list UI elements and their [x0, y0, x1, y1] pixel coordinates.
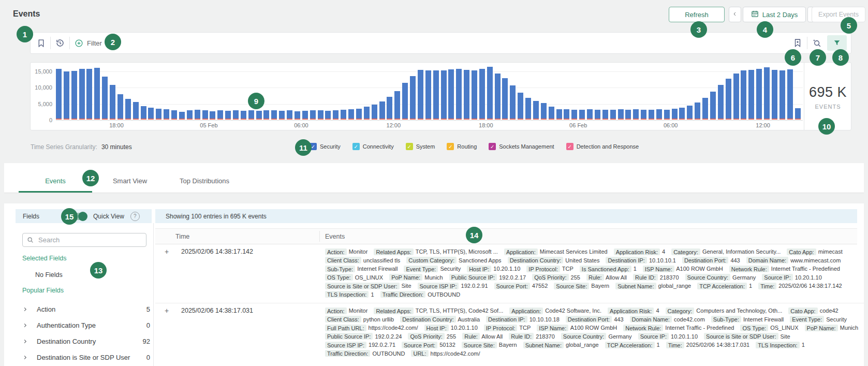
chart-bar: [372, 105, 377, 120]
panel-divider: [153, 223, 154, 366]
event-tag: TLS Inspection: 1: [325, 291, 374, 298]
chart-bar: [210, 111, 215, 120]
column-events[interactable]: Events: [325, 233, 345, 240]
x-axis-tick: 06 Feb: [569, 122, 587, 128]
save-bookmark-icon[interactable]: [793, 38, 802, 48]
chart-bar-base: [102, 119, 108, 120]
chart-bar: [179, 112, 185, 120]
event-tag: Cato App: code42: [788, 308, 838, 314]
events-total-value: 695 K: [809, 84, 847, 100]
filter-bar: Filter: [30, 32, 851, 54]
chart-bar: [525, 98, 531, 120]
field-label: Authentication Type: [37, 321, 96, 329]
event-tag-value: Germany: [731, 274, 756, 281]
events-chart-card: 05,00010,00015,000 18:0005 Feb06:0012:00…: [30, 62, 851, 130]
chart-bar-base: [125, 119, 131, 120]
divider: [807, 37, 807, 49]
chart-bar: [348, 109, 354, 120]
legend-checkbox[interactable]: ✓: [406, 143, 413, 150]
chart-bar-base: [533, 119, 539, 120]
event-tag: Destination IP: 10.10.10.1: [606, 257, 676, 263]
chart-bar-base: [748, 119, 754, 120]
tab-smart-view[interactable]: Smart View: [113, 177, 147, 185]
date-range-button[interactable]: Last 2 Days: [743, 7, 806, 22]
chart-bar: [695, 103, 700, 120]
chart-bar: [125, 99, 131, 120]
event-tag-value: Bayern: [497, 342, 517, 348]
chart-bar: [464, 70, 469, 120]
event-tag-key: Action:: [325, 248, 347, 255]
legend-checkbox[interactable]: ✓: [447, 143, 454, 150]
chart-bar: [641, 110, 646, 120]
annotation-circle-2: 2: [105, 34, 121, 50]
event-row[interactable]: +2025/02/06 14:38:17.031Action: MonitorR…: [155, 303, 864, 366]
refresh-button[interactable]: Refresh: [669, 7, 725, 22]
y-axis-tick: 5,000: [31, 101, 52, 107]
event-tag-value: Security: [438, 266, 461, 272]
funnel-icon: [833, 39, 841, 47]
bookmark-icon[interactable]: [37, 39, 46, 48]
filter-button[interactable]: Filter: [87, 39, 102, 47]
event-tag-value: code42: [818, 308, 838, 314]
chart-bar-base: [787, 119, 793, 120]
chart-bar-base: [364, 119, 370, 120]
event-tag-value: OS_LINUX: [354, 274, 383, 281]
active-filter-toggle[interactable]: [827, 35, 847, 51]
expand-row-button[interactable]: +: [165, 247, 169, 256]
chart-bar-base: [133, 119, 139, 120]
event-tag: Client Class: unclassified tls: [325, 257, 400, 263]
history-icon[interactable]: [55, 38, 65, 48]
legend-checkbox[interactable]: ✓: [352, 143, 360, 150]
legend-item-routing: ✓Routing: [447, 143, 477, 150]
magic-search-icon[interactable]: [812, 38, 822, 48]
chart-bar: [356, 109, 362, 120]
chart-bar-base: [564, 119, 569, 120]
chart-bar-base: [764, 119, 770, 120]
event-tag-key: Source Country:: [561, 333, 606, 340]
chart-bar: [410, 76, 416, 120]
granularity-label: Time Series Granularity:: [31, 143, 97, 151]
chart-bar-base: [595, 119, 600, 120]
fields-search[interactable]: [22, 233, 146, 247]
column-time[interactable]: Time: [175, 233, 189, 240]
chart-bar-base: [64, 119, 69, 120]
chart-bar-base: [233, 119, 239, 120]
event-tag: Source IP: 10.20.1.10: [638, 333, 698, 340]
event-tags: Action: MonitorRelated Apps: TCP, TLS, H…: [325, 247, 861, 299]
legend-checkbox[interactable]: ✓: [489, 143, 496, 150]
chart-bar: [187, 110, 193, 120]
chart-bar-base: [679, 119, 685, 120]
table-header: Time Events: [155, 228, 857, 244]
field-row-action[interactable]: Action5: [22, 301, 150, 317]
export-events-button[interactable]: Export Events: [812, 7, 865, 22]
chart-bar: [787, 69, 793, 120]
x-axis-tick: 12:00: [756, 122, 770, 128]
event-tag: Source Country: Germany: [561, 333, 632, 340]
event-tag-line: Sub-Type: Internet FirewallEvent Type: S…: [325, 265, 861, 273]
event-tag-key: Source ISP IP:: [418, 283, 459, 289]
expand-row-button[interactable]: +: [165, 306, 169, 315]
event-tag-value: OS_LINUX: [769, 325, 798, 331]
event-tag-key: Source is Site or SDP User:: [704, 333, 778, 340]
legend-checkbox[interactable]: ✓: [566, 143, 573, 150]
event-tag: Application Risk: 4: [614, 248, 666, 255]
event-row[interactable]: +2025/02/06 14:38:17.142Action: MonitorR…: [155, 244, 864, 303]
search-icon: [27, 237, 34, 243]
help-icon[interactable]: ?: [130, 212, 140, 221]
chart-bar-base: [602, 119, 608, 120]
event-tag: Category: Computers and Technology, Oth.…: [666, 308, 783, 314]
tab-top-distributions[interactable]: Top Distributions: [180, 177, 229, 185]
field-row-destination-country[interactable]: Destination Country92: [22, 333, 150, 349]
field-row-destination-is-site-or-sdp-user[interactable]: Destination is Site or SDP User0: [22, 349, 150, 365]
tab-events[interactable]: Events: [45, 177, 66, 185]
chart-bar: [779, 70, 785, 120]
date-prev-button[interactable]: [729, 7, 741, 22]
field-row-authentication-type[interactable]: Authentication Type0: [22, 317, 150, 333]
event-tag-key: Application:: [504, 248, 538, 255]
event-tag: Event Type: Security: [790, 316, 847, 323]
event-tag: Rule: Allow All: [586, 274, 627, 281]
add-filter-icon[interactable]: [75, 39, 83, 48]
chart-bar-base: [756, 119, 762, 120]
search-input[interactable]: [37, 236, 142, 244]
event-tag-value: Internet Firewall: [742, 316, 784, 323]
